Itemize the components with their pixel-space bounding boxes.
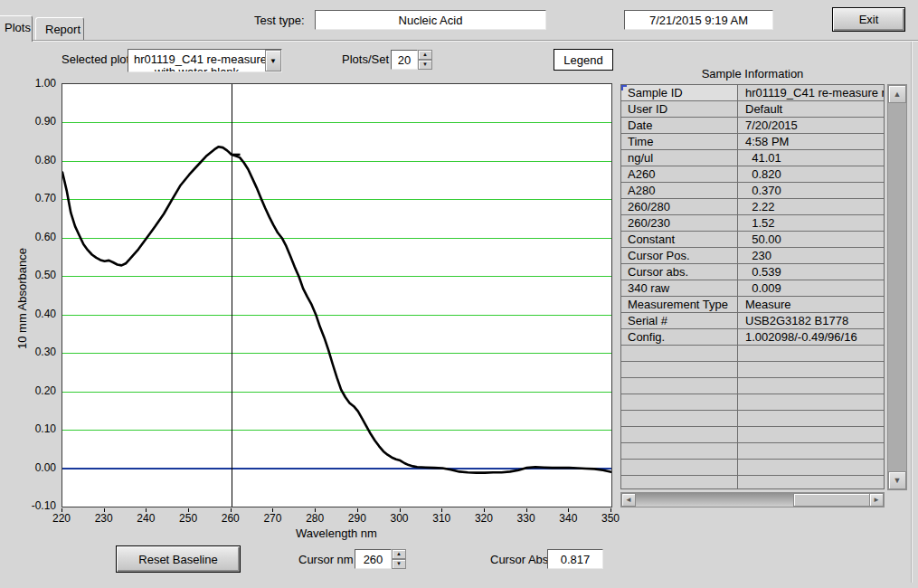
plots-per-set-value[interactable]: 20 bbox=[391, 50, 418, 70]
table-row[interactable]: 260/230 1.52 bbox=[621, 215, 884, 232]
reset-baseline-button[interactable]: Reset Baseline bbox=[116, 545, 241, 573]
row-value: 1.52 bbox=[739, 215, 884, 231]
table-row[interactable]: Sample IDhr01119_C41 re-measure now wit bbox=[621, 85, 884, 101]
sample-info-title: Sample Information bbox=[620, 67, 885, 81]
y-tick-label: 0.20 bbox=[16, 384, 56, 397]
y-tick-label: 0.90 bbox=[16, 115, 56, 128]
x-tick-label: 240 bbox=[137, 512, 155, 525]
table-row[interactable]: Measurement TypeMeasure bbox=[621, 297, 884, 313]
test-type-field[interactable]: Nucleic Acid bbox=[315, 10, 546, 30]
exit-button-label: Exit bbox=[859, 13, 879, 26]
selected-plot-value-line2: with water blank bbox=[128, 65, 265, 72]
cursor-nm-up-icon[interactable]: ▲ bbox=[392, 549, 406, 559]
table-row[interactable] bbox=[621, 394, 884, 411]
cursor-nm-label: Cursor nm bbox=[298, 553, 354, 566]
scroll-left-icon[interactable]: ◄ bbox=[621, 493, 636, 507]
table-row[interactable]: A280 0.370 bbox=[621, 183, 884, 199]
dropdown-arrow-icon[interactable]: ▼ bbox=[265, 50, 281, 71]
row-label bbox=[621, 427, 738, 442]
plots-per-set-down-icon[interactable]: ▼ bbox=[418, 60, 432, 70]
cursor-abs-value: 0.817 bbox=[561, 553, 591, 566]
y-tick-label: 1.00 bbox=[16, 77, 56, 90]
cursor-abs-label: Cursor Abs. bbox=[490, 553, 552, 566]
x-tick-label: 330 bbox=[517, 512, 535, 525]
selected-plot-dropdown[interactable]: hr01119_C41 re-measure now with water bl… bbox=[128, 49, 282, 72]
table-row[interactable]: Serial #USB2G3182 B1778 bbox=[621, 313, 884, 329]
table-row[interactable] bbox=[621, 427, 884, 443]
x-tick-label: 310 bbox=[432, 512, 450, 525]
row-label bbox=[621, 411, 738, 426]
table-row[interactable] bbox=[621, 378, 884, 394]
row-value: 0.009 bbox=[739, 280, 884, 296]
row-value bbox=[739, 476, 884, 489]
table-row[interactable] bbox=[621, 411, 884, 427]
exit-button[interactable]: Exit bbox=[832, 7, 905, 32]
row-label: 340 raw bbox=[621, 280, 738, 296]
sample-info-table[interactable]: Sample IDhr01119_C41 re-measure now witU… bbox=[620, 84, 885, 489]
x-axis-title: Wavelength nm bbox=[296, 526, 377, 540]
row-value: Default bbox=[739, 101, 884, 117]
table-row[interactable]: Constant 50.00 bbox=[621, 232, 884, 248]
row-label: 260/280 bbox=[621, 199, 738, 214]
row-label: Measurement Type bbox=[621, 297, 738, 312]
legend-button-label: Legend bbox=[563, 53, 602, 67]
row-value bbox=[739, 460, 884, 475]
table-row[interactable] bbox=[621, 362, 884, 378]
y-tick-label: 0.00 bbox=[16, 461, 56, 474]
table-row[interactable] bbox=[621, 443, 884, 460]
table-row[interactable]: ng/ul 41.01 bbox=[621, 150, 884, 166]
cursor-nm-stepper[interactable]: 260 ▲ ▼ bbox=[355, 549, 406, 569]
table-row[interactable]: 340 raw 0.009 bbox=[621, 280, 884, 297]
cursor-nm-value[interactable]: 260 bbox=[355, 549, 392, 569]
table-row[interactable]: Time4:58 PM bbox=[621, 134, 884, 150]
row-value: 230 bbox=[739, 248, 884, 263]
row-value: 1.002098/-0.49/96/16 bbox=[739, 329, 884, 345]
row-label bbox=[621, 394, 738, 410]
cell-cursor-icon bbox=[621, 85, 627, 90]
table-row[interactable]: User IDDefault bbox=[621, 101, 884, 118]
row-label: Serial # bbox=[621, 313, 738, 328]
hscrollbar-thumb[interactable] bbox=[793, 493, 870, 507]
row-value: 7/20/2015 bbox=[739, 118, 884, 133]
scroll-right-icon[interactable]: ► bbox=[869, 493, 884, 507]
cursor-marker-icon[interactable] bbox=[232, 154, 241, 156]
plots-per-set-up-icon[interactable]: ▲ bbox=[418, 50, 432, 60]
table-row[interactable]: Cursor abs. 0.539 bbox=[621, 264, 884, 280]
sample-info-hscrollbar[interactable]: ◄ ► bbox=[620, 492, 885, 507]
x-tick-label: 260 bbox=[222, 512, 240, 525]
spectrum-curve-svg bbox=[62, 84, 611, 507]
table-row[interactable] bbox=[621, 460, 884, 476]
table-row[interactable]: A260 0.820 bbox=[621, 166, 884, 183]
tab-report[interactable]: Report bbox=[35, 17, 84, 41]
reset-baseline-label: Reset Baseline bbox=[138, 553, 217, 566]
table-row[interactable]: Config.1.002098/-0.49/96/16 bbox=[621, 329, 884, 346]
scroll-down-icon[interactable]: ▼ bbox=[888, 471, 906, 489]
row-value: 0.820 bbox=[739, 166, 884, 182]
x-tick-label: 320 bbox=[475, 512, 493, 525]
selected-plot-field: hr01119_C41 re-measure now with water bl… bbox=[128, 49, 282, 72]
table-row[interactable] bbox=[621, 346, 884, 362]
sample-info-vscrollbar[interactable]: ▲ ▼ bbox=[887, 84, 907, 490]
y-tick-label: 0.70 bbox=[16, 192, 56, 204]
selected-plot-value-line1: hr01119_C41 re-measure now bbox=[134, 52, 282, 66]
plots-per-set-stepper[interactable]: 20 ▲ ▼ bbox=[391, 50, 432, 70]
table-row[interactable]: 260/280 2.22 bbox=[621, 199, 884, 215]
row-label bbox=[621, 443, 738, 459]
row-label: Cursor Pos. bbox=[621, 248, 738, 263]
y-tick-label: -0.10 bbox=[16, 499, 56, 512]
datetime-value: 7/21/2015 9:19 AM bbox=[649, 14, 748, 27]
row-label bbox=[621, 362, 738, 377]
spectrum-plot[interactable] bbox=[62, 83, 612, 507]
row-value bbox=[739, 443, 884, 459]
row-value bbox=[739, 378, 884, 394]
scroll-up-icon[interactable]: ▲ bbox=[888, 85, 906, 103]
tab-plots[interactable]: Plots bbox=[0, 15, 33, 42]
row-value bbox=[739, 394, 884, 410]
row-value: 0.370 bbox=[739, 183, 884, 198]
table-row[interactable]: Date7/20/2015 bbox=[621, 118, 884, 134]
legend-button[interactable]: Legend bbox=[554, 49, 613, 71]
cursor-nm-down-icon[interactable]: ▼ bbox=[392, 559, 406, 569]
table-row[interactable]: Cursor Pos. 230 bbox=[621, 248, 884, 264]
row-value: USB2G3182 B1778 bbox=[739, 313, 884, 328]
table-row[interactable] bbox=[621, 476, 884, 489]
